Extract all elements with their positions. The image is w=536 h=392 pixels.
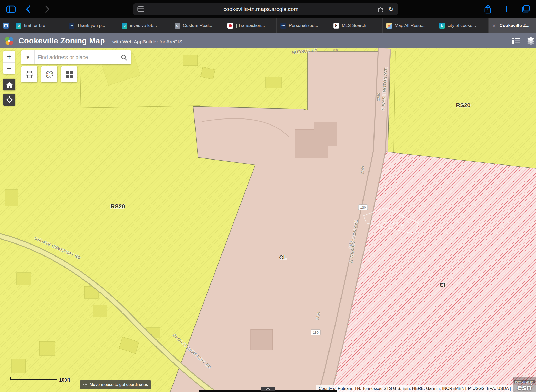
home-icon bbox=[6, 82, 13, 88]
search-icon bbox=[121, 54, 127, 61]
tab-kmt[interactable]: b kmt for bre bbox=[12, 18, 65, 33]
toolbar-right-group: + bbox=[484, 4, 530, 15]
zoning-basemap[interactable]: 130 130 RS20 RS20 CL CI CHOATE CEMETERY … bbox=[0, 48, 536, 392]
house-number: 796 bbox=[333, 48, 338, 52]
sidebar-icon bbox=[6, 5, 16, 13]
pm-favicon: PM bbox=[280, 23, 286, 29]
chevron-up-icon bbox=[266, 388, 270, 390]
search-input[interactable] bbox=[35, 50, 117, 64]
tab-label: Custom Real... bbox=[183, 23, 212, 28]
locate-button[interactable] bbox=[3, 94, 15, 106]
tab-overview-button[interactable] bbox=[521, 5, 530, 13]
scale-label: 100ft bbox=[59, 377, 70, 383]
n-favicon: N bbox=[333, 23, 339, 29]
tab-label: Map All Resu... bbox=[395, 23, 425, 28]
draw-palette-button[interactable] bbox=[41, 66, 57, 82]
map-viewport[interactable]: 130 130 RS20 RS20 CL CI CHOATE CEMETERY … bbox=[0, 48, 536, 392]
esri-logo: POWERED BY esri bbox=[513, 377, 536, 392]
esri-wordmark: esri bbox=[517, 383, 532, 392]
page-settings-icon[interactable] bbox=[137, 6, 144, 12]
url-bar[interactable]: cookeville-tn.maps.arcgis.com ↻ bbox=[133, 3, 398, 15]
c-favicon: C bbox=[175, 23, 180, 29]
print-icon bbox=[25, 71, 34, 78]
chevron-right-icon bbox=[44, 5, 50, 13]
tab-personalized[interactable]: PM Personalized... bbox=[277, 18, 330, 33]
tab-mls-search[interactable]: N MLS Search bbox=[330, 18, 383, 33]
tab-strip: b kmt for bre PM Thank you p... b invasi… bbox=[0, 18, 536, 33]
tab-label: city of cooke... bbox=[448, 23, 476, 28]
tab-label: Personalized... bbox=[289, 23, 318, 28]
back-button[interactable] bbox=[26, 5, 31, 13]
tab-label: Thank you p... bbox=[77, 23, 105, 28]
url-text[interactable]: cookeville-tn.maps.arcgis.com bbox=[144, 6, 377, 12]
pull-up-handle[interactable] bbox=[261, 387, 275, 391]
tab-custom-real[interactable]: C Custom Real... bbox=[171, 18, 224, 33]
forward-button[interactable] bbox=[44, 5, 50, 13]
sidebar-toggle-button[interactable] bbox=[6, 5, 16, 13]
svg-text:130: 130 bbox=[360, 206, 366, 209]
share-button[interactable] bbox=[484, 4, 492, 14]
tab-label: invasive lob... bbox=[130, 23, 157, 28]
home-extent-button[interactable] bbox=[3, 79, 15, 90]
layers-icon[interactable] bbox=[527, 37, 535, 45]
zoom-out-button[interactable]: − bbox=[3, 63, 15, 74]
bing-favicon: b bbox=[122, 23, 127, 29]
search-source-dropdown[interactable]: ▾ bbox=[21, 50, 35, 64]
svg-text:130: 130 bbox=[313, 331, 319, 334]
scale-bar bbox=[10, 377, 57, 380]
tab-pinned[interactable] bbox=[0, 18, 12, 33]
zoom-control: + − bbox=[3, 51, 15, 74]
legend-icon[interactable] bbox=[512, 37, 520, 44]
house-number: 2348 bbox=[360, 166, 365, 174]
tab-transaction[interactable]: | Transaction... bbox=[224, 18, 277, 33]
map-favicon bbox=[386, 23, 392, 29]
browser-window: cookeville-tn.maps.arcgis.com ↻ + bbox=[0, 0, 536, 392]
pinned-favicon bbox=[3, 23, 9, 29]
tab-label: MLS Search bbox=[342, 23, 366, 28]
tab-label: | Transaction... bbox=[236, 23, 265, 28]
app-header: Cookeville Zoning Map with Web AppBuilde… bbox=[0, 33, 536, 48]
share-icon bbox=[484, 4, 492, 14]
house-number: 2380 bbox=[376, 93, 381, 101]
pm-favicon: PM bbox=[69, 23, 74, 29]
chevron-left-icon bbox=[26, 5, 31, 13]
reload-button[interactable]: ↻ bbox=[388, 6, 394, 13]
page-title: Cookeville Zoning Map bbox=[18, 36, 105, 45]
tabs-icon bbox=[521, 5, 530, 13]
coordinates-icon[interactable] bbox=[83, 383, 87, 387]
zone-label-ci: CI bbox=[440, 282, 445, 288]
close-tab-icon[interactable]: × bbox=[492, 22, 496, 29]
zoom-in-button[interactable]: + bbox=[3, 51, 15, 63]
zone-label-rs20-left: RS20 bbox=[110, 203, 125, 210]
tab-city-of-cookeville[interactable]: b city of cooke... bbox=[436, 18, 488, 33]
tab-thank-you[interactable]: PM Thank you p... bbox=[65, 18, 118, 33]
basemap-gallery-button[interactable] bbox=[61, 66, 77, 82]
new-tab-button[interactable]: + bbox=[503, 4, 510, 15]
address-search-widget: ▾ bbox=[21, 50, 131, 64]
zone-label-cl: CL bbox=[279, 254, 287, 261]
bing-favicon: b bbox=[439, 23, 445, 29]
basemap-grid-icon bbox=[65, 71, 73, 78]
coordinate-hint-text: Move mouse to get coordinates bbox=[90, 382, 148, 387]
map-attribution: County of Putnam, TN, Tennessee STS GIS,… bbox=[316, 385, 536, 392]
print-button[interactable] bbox=[21, 66, 37, 82]
browser-toolbar: cookeville-tn.maps.arcgis.com ↻ + bbox=[0, 0, 536, 18]
bing-favicon: b bbox=[16, 23, 21, 29]
tab-cookeville-zoning-active[interactable]: × Cookeville Z... bbox=[489, 18, 536, 33]
arcgis-app-logo bbox=[4, 36, 14, 46]
coordinate-hint-tooltip: Move mouse to get coordinates bbox=[80, 380, 151, 389]
extensions-icon[interactable] bbox=[377, 6, 384, 12]
header-widget-icons bbox=[512, 37, 535, 45]
tab-label: kmt for bre bbox=[24, 23, 45, 28]
locate-icon bbox=[6, 96, 13, 104]
search-button[interactable] bbox=[117, 50, 131, 64]
tab-invasive[interactable]: b invasive lob... bbox=[118, 18, 171, 33]
page-subtitle: with Web AppBuilder for ArcGIS bbox=[112, 39, 182, 45]
red-dot-favicon bbox=[227, 23, 233, 29]
tab-map-all[interactable]: Map All Resu... bbox=[383, 18, 436, 33]
zone-label-rs20-right: RS20 bbox=[456, 102, 470, 109]
palette-icon bbox=[45, 70, 54, 79]
tab-label: Cookeville Z... bbox=[500, 23, 529, 28]
